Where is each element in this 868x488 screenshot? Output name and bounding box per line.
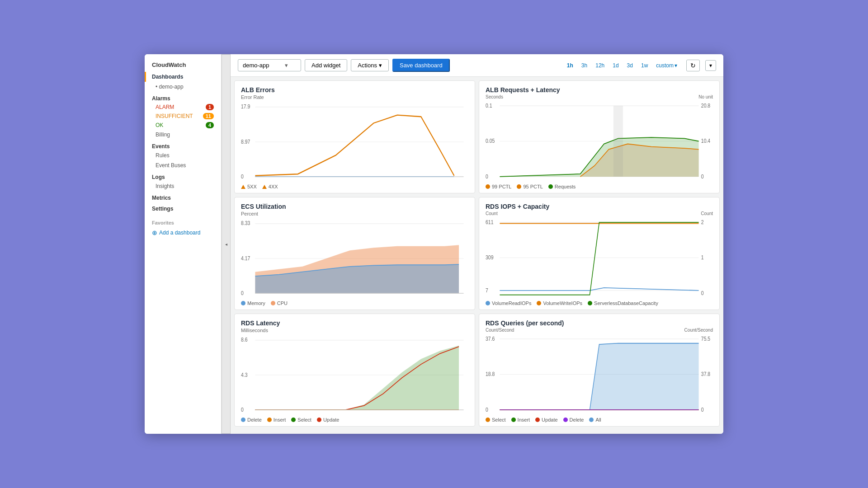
widget-title-alb-errors: ALB Errors [241, 86, 468, 94]
sidebar-logo: CloudWatch [145, 61, 221, 72]
chart-alb-errors: 17.9 8.97 0 07:45 08:00 08:15 [241, 102, 468, 182]
svg-text:18.8: 18.8 [486, 371, 495, 377]
legend-item-serverless-db: ServerlessDatabaseCapacity [588, 300, 658, 306]
widget-title-alb-requests: ALB Requests + Latency [486, 86, 713, 94]
app-container: CloudWatch Dashboards • demo-app Alarms … [145, 54, 723, 434]
sidebar-item-event-buses[interactable]: Event Buses [145, 160, 221, 170]
svg-text:0: 0 [241, 290, 244, 296]
svg-text:20.8: 20.8 [701, 103, 710, 108]
widget-title-rds-iops: RDS IOPS + Capacity [486, 203, 713, 210]
widget-title-rds-queries: RDS Queries (per second) [486, 319, 713, 327]
time-12h[interactable]: 12h [592, 61, 608, 70]
sidebar: CloudWatch Dashboards • demo-app Alarms … [145, 54, 222, 434]
sidebar-section-metrics: Metrics [145, 191, 221, 202]
legend-item-select: Select [291, 417, 311, 422]
svg-text:7: 7 [486, 287, 488, 293]
svg-text:0.05: 0.05 [486, 138, 495, 144]
widget-title-ecs: ECS Utilization [241, 203, 468, 210]
legend-item-requests: Requests [548, 184, 576, 189]
svg-text:10.4: 10.4 [701, 138, 710, 144]
actions-button[interactable]: Actions ▾ [351, 59, 389, 71]
sidebar-item-alarm[interactable]: ALARM 1 [145, 103, 221, 112]
time-3d[interactable]: 3d [623, 61, 637, 70]
widget-title-rds-latency: RDS Latency [241, 319, 468, 327]
sidebar-item-insights[interactable]: Insights [145, 181, 221, 191]
sidebar-item-demo-app[interactable]: • demo-app [145, 82, 221, 92]
sidebar-section-events: Events [145, 140, 221, 150]
time-1h[interactable]: 1h [563, 61, 577, 70]
add-widget-button[interactable]: Add widget [305, 59, 347, 71]
subtitle-left-rds-queries: Count/Second [486, 328, 514, 333]
topbar: demo-app ▾ Add widget Actions ▾ Save das… [231, 54, 723, 77]
time-3h[interactable]: 3h [578, 61, 591, 70]
favorites-section: Favorites [145, 213, 221, 227]
svg-text:611: 611 [486, 219, 493, 225]
chevron-down-icon: ▾ [285, 62, 288, 69]
sidebar-collapse-button[interactable]: ◂ [222, 54, 231, 434]
sidebar-item-dashboards[interactable]: Dashboards [145, 72, 221, 82]
legend-item-select-q: Select [486, 417, 506, 422]
chart-ecs: 8.33 4.17 0 07:45 08:00 08: [241, 218, 468, 299]
svg-text:0: 0 [486, 407, 488, 413]
subtitle-left-alb-requests: Seconds [486, 94, 503, 99]
subtitle-right-alb-requests: No unit [698, 94, 713, 99]
chart-rds-iops: 611 309 7 2 1 0 [486, 217, 713, 299]
widget-alb-errors: ALB Errors Error Rate 17.9 8.97 0 [234, 80, 475, 193]
legend-alb-requests: 99 PCTL 95 PCTL Requests [486, 184, 713, 189]
svg-text:8.33: 8.33 [241, 221, 250, 226]
widget-ecs-utilization: ECS Utilization Percent 8.33 4.17 0 [234, 197, 475, 310]
widget-alb-requests: ALB Requests + Latency Seconds No unit 0… [479, 80, 720, 193]
sidebar-item-billing[interactable]: Billing [145, 130, 221, 140]
time-1d[interactable]: 1d [609, 61, 622, 70]
widget-subtitle-rds-latency: Milliseconds [241, 328, 468, 333]
chevron-down-icon: ▾ [379, 62, 382, 69]
sidebar-section-logs: Logs [145, 170, 221, 181]
legend-item-memory: Memory [241, 300, 265, 306]
svg-text:75.5: 75.5 [701, 336, 710, 342]
legend-item-insert-q: Insert [511, 417, 530, 422]
widget-subtitle-alb-errors: Error Rate [241, 94, 468, 100]
sidebar-item-ok[interactable]: OK 4 [145, 121, 221, 130]
svg-marker-54 [500, 343, 698, 410]
legend-item-write-iops: VolumeWriteIOPs [537, 300, 582, 306]
svg-text:0: 0 [701, 290, 704, 296]
svg-text:4.17: 4.17 [241, 255, 250, 261]
legend-item-all-q: All [589, 417, 601, 422]
subtitle-right-rds-iops: Count [701, 211, 713, 216]
svg-text:4.3: 4.3 [241, 372, 248, 378]
svg-text:8.6: 8.6 [241, 337, 248, 343]
svg-text:37.6: 37.6 [486, 336, 495, 342]
legend-rds-latency: Delete Insert Select Update [241, 417, 468, 422]
svg-text:8.97: 8.97 [241, 139, 250, 145]
svg-text:2: 2 [701, 219, 704, 225]
add-dashboard-button[interactable]: ⊕ Add a dashboard [145, 227, 221, 238]
refresh-settings-button[interactable]: ▾ [705, 60, 716, 71]
legend-item-update-q: Update [535, 417, 557, 422]
dashboard-selector[interactable]: demo-app ▾ [238, 59, 301, 71]
chart-rds-queries: 37.6 18.8 0 75.5 37.8 0 [486, 333, 713, 415]
sidebar-item-rules[interactable]: Rules [145, 150, 221, 160]
legend-item-95pctl: 95 PCTL [517, 184, 542, 189]
widget-rds-queries: RDS Queries (per second) Count/Second Co… [479, 314, 720, 427]
main-content: demo-app ▾ Add widget Actions ▾ Save das… [231, 54, 723, 434]
legend-item-cpu: CPU [271, 300, 288, 306]
sidebar-section-alarms: Alarms [145, 92, 221, 103]
save-dashboard-button[interactable]: Save dashboard [392, 59, 450, 72]
sidebar-item-insufficient[interactable]: INSUFFICIENT 11 [145, 112, 221, 121]
legend-item-5xx: 5XX [241, 184, 257, 189]
time-1w[interactable]: 1w [637, 61, 651, 70]
svg-marker-43 [255, 346, 459, 410]
time-custom[interactable]: custom ▾ [652, 61, 681, 70]
widget-rds-latency: RDS Latency Milliseconds 8.6 4.3 0 [234, 314, 475, 427]
subtitle-left-rds-iops: Count [486, 211, 498, 216]
widget-rds-iops: RDS IOPS + Capacity Count Count 611 309 … [479, 197, 720, 310]
svg-text:0: 0 [241, 174, 244, 179]
svg-text:0: 0 [701, 174, 704, 179]
legend-rds-queries: Select Insert Update Delete [486, 417, 713, 422]
legend-item-delete-q: Delete [563, 417, 584, 422]
refresh-button[interactable]: ↻ [686, 60, 700, 71]
svg-text:0: 0 [701, 407, 704, 413]
widget-subtitle-ecs: Percent [241, 211, 468, 216]
dashboard-grid: ALB Errors Error Rate 17.9 8.97 0 [231, 77, 723, 434]
svg-text:17.9: 17.9 [241, 104, 250, 110]
